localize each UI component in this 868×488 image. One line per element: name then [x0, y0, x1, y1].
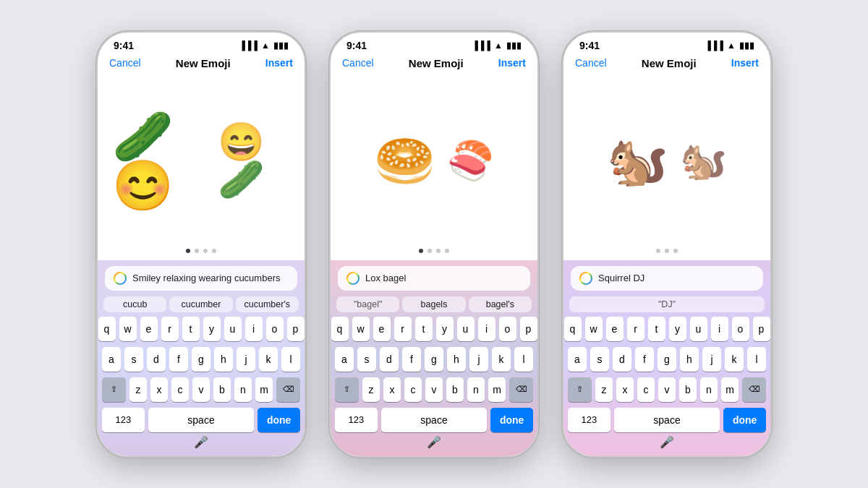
key-m-2[interactable]: m [488, 377, 506, 402]
key-p-2[interactable]: p [520, 317, 537, 341]
key-y-2[interactable]: y [436, 317, 454, 341]
shift-key-3[interactable]: ⇧ [568, 377, 592, 402]
key-s-1[interactable]: s [124, 347, 143, 372]
key-j-3[interactable]: j [702, 347, 721, 372]
key-a-3[interactable]: a [568, 347, 587, 372]
key-o-2[interactable]: o [499, 317, 516, 341]
cancel-button-2[interactable]: Cancel [342, 57, 374, 69]
key-p-3[interactable]: p [753, 317, 770, 341]
key-x-2[interactable]: x [383, 377, 401, 402]
key-q-1[interactable]: q [98, 317, 116, 341]
key-a-1[interactable]: a [102, 347, 121, 372]
key-u-3[interactable]: u [690, 317, 707, 341]
key-d-2[interactable]: d [380, 347, 399, 372]
key-g-1[interactable]: g [192, 347, 210, 372]
key-w-3[interactable]: w [585, 317, 603, 341]
key-y-3[interactable]: y [669, 317, 686, 341]
key-f-3[interactable]: f [635, 347, 654, 372]
key-j-1[interactable]: j [237, 347, 255, 372]
key-h-1[interactable]: h [214, 347, 233, 372]
key-v-2[interactable]: v [425, 377, 443, 402]
key-g-3[interactable]: g [658, 347, 676, 372]
key-i-2[interactable]: i [478, 317, 495, 341]
key-z-1[interactable]: z [129, 377, 147, 402]
cancel-button-3[interactable]: Cancel [575, 57, 607, 69]
key-f-2[interactable]: f [402, 347, 421, 372]
key-u-2[interactable]: u [457, 317, 475, 341]
key-d-1[interactable]: d [147, 347, 166, 372]
emoji-secondary-3[interactable]: 🐿️ [680, 142, 727, 179]
key-n-1[interactable]: n [234, 377, 252, 402]
key-d-3[interactable]: d [613, 347, 631, 372]
key-b-1[interactable]: b [213, 377, 231, 402]
autocomplete-item-2-3[interactable]: bagel's [469, 296, 532, 312]
key-o-1[interactable]: o [266, 317, 284, 341]
key-l-3[interactable]: l [747, 347, 766, 372]
shift-key-1[interactable]: ⇧ [102, 377, 126, 402]
key-i-1[interactable]: i [245, 317, 263, 341]
key-m-1[interactable]: m [255, 377, 273, 402]
key-q-2[interactable]: q [331, 317, 349, 341]
key-i-3[interactable]: i [711, 317, 728, 341]
insert-button-1[interactable]: Insert [265, 57, 293, 69]
insert-button-3[interactable]: Insert [731, 57, 759, 69]
shift-key-2[interactable]: ⇧ [335, 377, 359, 402]
autocomplete-item-1-1[interactable]: cucub [103, 296, 166, 312]
num-key-1[interactable]: 123 [102, 408, 145, 432]
mic-icon-2[interactable]: 🎤 [427, 435, 441, 449]
key-p-1[interactable]: p [287, 317, 305, 341]
delete-key-2[interactable]: ⌫ [509, 377, 533, 402]
key-n-2[interactable]: n [467, 377, 485, 402]
autocomplete-item-2-1[interactable]: "bagel" [336, 296, 399, 312]
key-g-2[interactable]: g [425, 347, 443, 372]
autocomplete-item-2-2[interactable]: bagels [402, 296, 465, 312]
key-n-3[interactable]: n [700, 377, 718, 402]
key-t-1[interactable]: t [182, 317, 200, 341]
emoji-secondary-2[interactable]: 🍣 [447, 142, 494, 179]
key-t-3[interactable]: t [648, 317, 665, 341]
key-s-3[interactable]: s [590, 347, 609, 372]
key-k-3[interactable]: k [725, 347, 744, 372]
key-l-1[interactable]: l [281, 347, 300, 372]
key-b-3[interactable]: b [679, 377, 697, 402]
key-r-3[interactable]: r [627, 317, 644, 341]
key-e-1[interactable]: e [140, 317, 158, 341]
key-z-3[interactable]: z [595, 377, 613, 402]
key-r-1[interactable]: r [161, 317, 179, 341]
key-b-2[interactable]: b [446, 377, 464, 402]
key-z-2[interactable]: z [362, 377, 380, 402]
key-o-3[interactable]: o [732, 317, 749, 341]
key-e-2[interactable]: e [373, 317, 391, 341]
key-q-3[interactable]: q [564, 317, 582, 341]
key-c-3[interactable]: c [637, 377, 655, 402]
key-v-1[interactable]: v [192, 377, 210, 402]
key-h-2[interactable]: h [447, 347, 466, 372]
key-y-1[interactable]: y [203, 317, 221, 341]
space-key-1[interactable]: space [148, 408, 255, 432]
mic-icon-3[interactable]: 🎤 [660, 435, 674, 449]
key-e-3[interactable]: e [606, 317, 624, 341]
key-w-2[interactable]: w [352, 317, 370, 341]
done-key-2[interactable]: done [490, 408, 533, 432]
cancel-button-1[interactable]: Cancel [109, 57, 141, 69]
key-c-1[interactable]: c [171, 377, 189, 402]
autocomplete-item-1-2[interactable]: cucumber [169, 296, 232, 312]
insert-button-2[interactable]: Insert [498, 57, 526, 69]
key-x-1[interactable]: x [150, 377, 168, 402]
num-key-2[interactable]: 123 [335, 408, 378, 432]
done-key-3[interactable]: done [723, 408, 766, 432]
space-key-2[interactable]: space [381, 408, 488, 432]
key-f-1[interactable]: f [169, 347, 188, 372]
autocomplete-item-3-1[interactable]: "DJ" [569, 296, 765, 312]
key-v-3[interactable]: v [658, 377, 676, 402]
key-a-2[interactable]: a [335, 347, 354, 372]
key-s-2[interactable]: s [357, 347, 376, 372]
key-x-3[interactable]: x [616, 377, 634, 402]
key-k-1[interactable]: k [259, 347, 278, 372]
key-j-2[interactable]: j [469, 347, 488, 372]
space-key-3[interactable]: space [614, 408, 720, 432]
done-key-1[interactable]: done [258, 408, 300, 432]
key-r-2[interactable]: r [394, 317, 412, 341]
autocomplete-item-1-3[interactable]: cucumber's [236, 296, 299, 312]
emoji-primary-2[interactable]: 🥯 [374, 136, 435, 185]
